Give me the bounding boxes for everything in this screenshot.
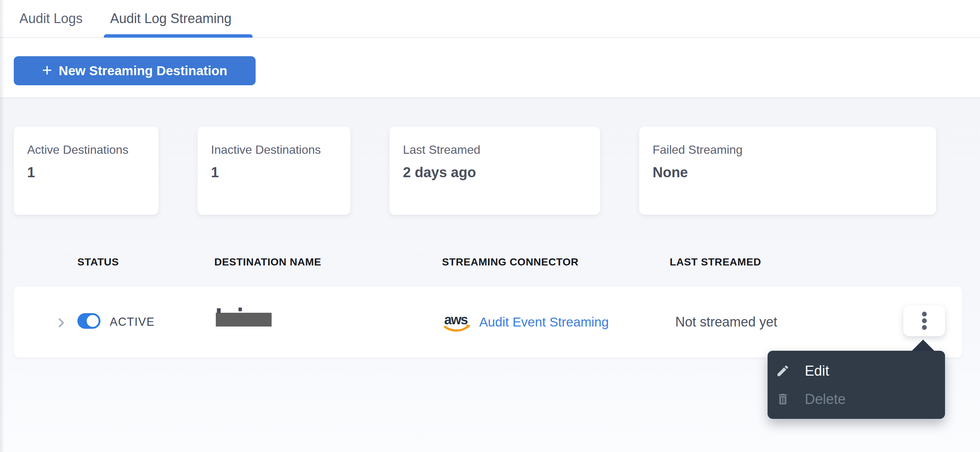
redaction-artifact	[217, 308, 221, 313]
stat-label: Inactive Destinations	[211, 143, 321, 157]
stat-value: 2 days ago	[403, 165, 476, 180]
pencil-icon	[776, 364, 790, 378]
table-header-streaming-connector: STREAMING CONNECTOR	[442, 256, 579, 268]
table-header-destination-name: DESTINATION NAME	[214, 256, 321, 268]
left-edge-shade	[0, 0, 5, 452]
stat-card-inactive-destinations: Inactive Destinations 1	[197, 126, 350, 215]
menu-item-edit-label: Edit	[805, 363, 829, 379]
tab-audit-log-streaming[interactable]: Audit Log Streaming	[110, 0, 231, 37]
connector-link[interactable]: Audit Event Streaming	[479, 315, 609, 329]
stat-value: 1	[27, 165, 35, 180]
streaming-connector-cell: aws Audit Event Streaming	[443, 287, 609, 358]
table-row: ACTIVE aws Audit Event Streaming Not str…	[14, 287, 962, 358]
tab-audit-logs-label: Audit Logs	[19, 11, 83, 26]
context-menu: Edit Delete	[768, 351, 945, 419]
svg-text:aws: aws	[444, 312, 468, 327]
kebab-icon	[922, 325, 927, 330]
stat-value: 1	[211, 165, 219, 180]
trash-icon	[776, 392, 790, 406]
context-menu-arrow	[912, 340, 935, 351]
new-streaming-destination-button[interactable]: + New Streaming Destination	[14, 56, 256, 85]
kebab-icon	[922, 311, 927, 316]
table-header-status: STATUS	[77, 256, 119, 268]
status-toggle[interactable]	[77, 313, 100, 329]
row-expand-button[interactable]	[51, 313, 71, 333]
stat-value: None	[652, 165, 688, 180]
kebab-icon	[922, 318, 927, 323]
row-actions-menu-button[interactable]	[904, 305, 945, 336]
stat-card-failed-streaming: Failed Streaming None	[639, 126, 936, 215]
toggle-knob	[87, 315, 99, 327]
last-streamed-value: Not streamed yet	[675, 287, 777, 358]
audit-log-streaming-page: Audit Logs Audit Log Streaming + New Str…	[0, 0, 980, 452]
aws-logo: aws	[443, 311, 471, 332]
active-tab-underline	[104, 34, 253, 38]
toolbar: + New Streaming Destination	[0, 38, 980, 98]
redaction-artifact	[239, 308, 242, 311]
chevron-right-icon	[55, 316, 67, 329]
main-content: Active Destinations 1 Inactive Destinati…	[0, 98, 980, 452]
tab-bar: Audit Logs Audit Log Streaming	[0, 0, 980, 38]
plus-icon: +	[42, 61, 52, 78]
tab-audit-logs[interactable]: Audit Logs	[19, 0, 83, 37]
destination-name-redacted	[216, 313, 272, 326]
stat-label: Failed Streaming	[652, 143, 743, 157]
menu-item-edit[interactable]: Edit	[768, 358, 945, 383]
stat-label: Active Destinations	[27, 143, 128, 157]
stat-card-active-destinations: Active Destinations 1	[14, 126, 159, 215]
stat-label: Last Streamed	[403, 143, 480, 157]
status-badge: ACTIVE	[110, 287, 155, 358]
stat-card-last-streamed: Last Streamed 2 days ago	[390, 126, 600, 215]
table-header-last-streamed: LAST STREAMED	[670, 256, 761, 268]
new-streaming-destination-label: New Streaming Destination	[59, 63, 228, 78]
tab-audit-log-streaming-label: Audit Log Streaming	[110, 11, 231, 26]
menu-item-delete-label: Delete	[805, 391, 846, 407]
menu-item-delete[interactable]: Delete	[768, 387, 945, 412]
